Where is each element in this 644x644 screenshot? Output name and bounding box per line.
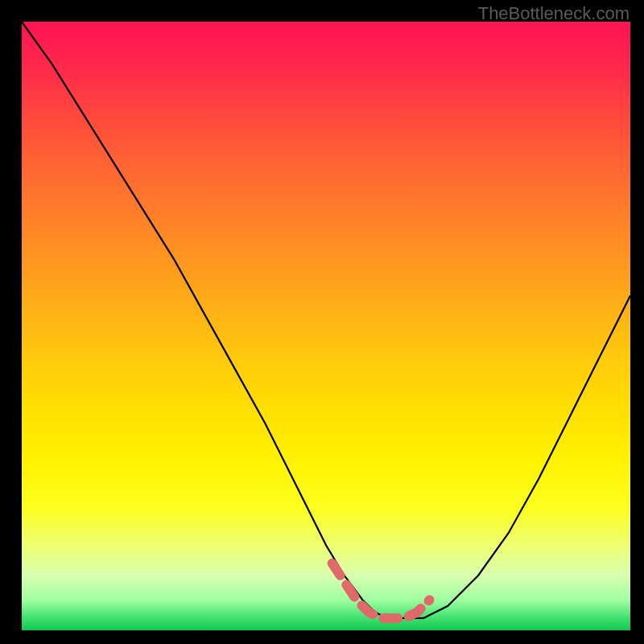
watermark-text: TheBottleneck.com <box>478 3 630 24</box>
chart-svg <box>22 22 630 630</box>
bottleneck-curve <box>22 22 630 618</box>
optimal-range-marker <box>332 564 430 618</box>
chart-plot-area <box>22 22 630 630</box>
